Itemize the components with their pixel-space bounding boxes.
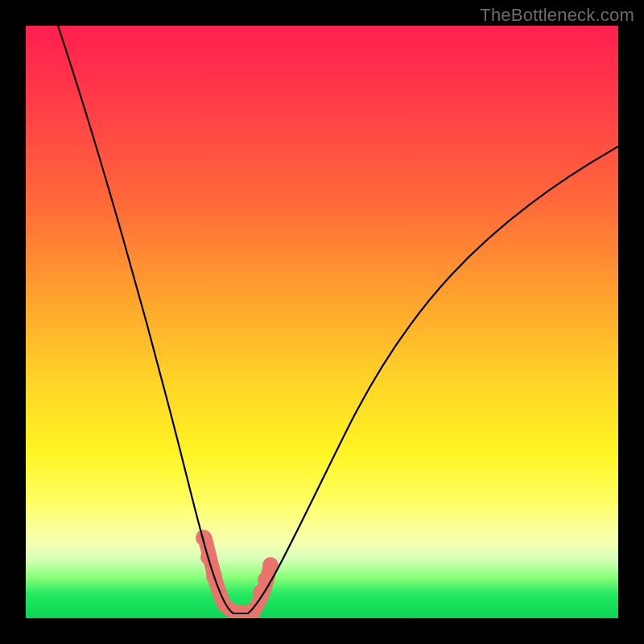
watermark-text: TheBottleneck.com <box>480 5 634 26</box>
bottleneck-curve <box>58 26 618 613</box>
chart-svg <box>26 26 618 618</box>
chart-frame: TheBottleneck.com <box>0 0 644 644</box>
plot-area <box>26 26 618 618</box>
